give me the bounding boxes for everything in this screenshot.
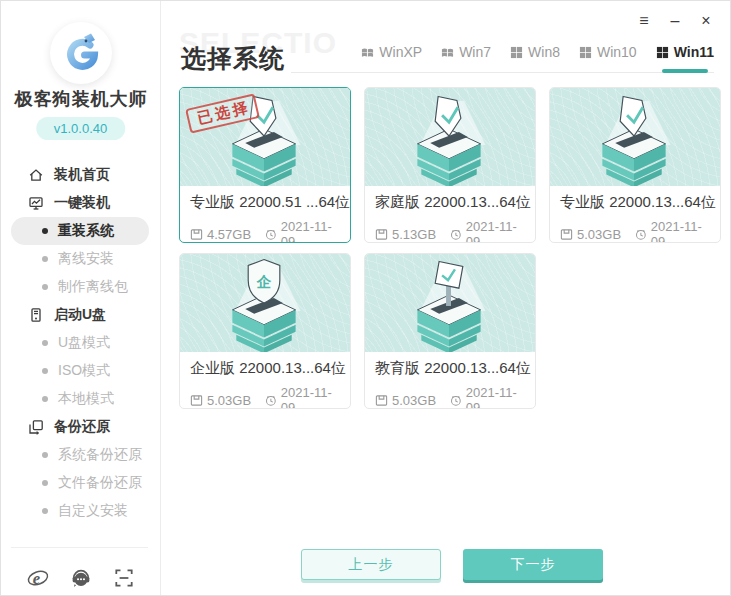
clock-icon	[265, 228, 277, 241]
prev-step-button[interactable]: 上一步	[301, 549, 441, 580]
clock-icon	[265, 394, 277, 407]
sidebar-item-自定义安装[interactable]: 自定义安装	[1, 497, 161, 525]
system-size: 5.13GB	[392, 227, 436, 242]
system-name: 企业版 22000.13...	[190, 359, 314, 378]
ie-browser-icon[interactable]: e	[27, 567, 49, 589]
ballot-box-illustration: 企	[180, 254, 350, 352]
menu-item-label: 启动U盘	[54, 306, 106, 324]
sidebar-item-ISO模式[interactable]: ISO模式	[1, 357, 161, 385]
svg-text:企: 企	[256, 274, 272, 290]
sidebar-item-一键装机[interactable]: 一键装机	[1, 189, 161, 217]
system-name: 教育版 22000.13...	[375, 359, 499, 378]
sidebar-item-备份还原[interactable]: 备份还原	[1, 413, 161, 441]
winxp-flag-icon	[361, 46, 374, 59]
bullet-icon	[42, 368, 48, 374]
app-logo	[50, 22, 112, 84]
system-illustration: 已选择	[180, 88, 350, 186]
system-date: 2021-11-09	[281, 385, 340, 409]
sidebar-item-制作离线包[interactable]: 制作离线包	[1, 273, 161, 301]
system-date: 2021-11-09	[466, 385, 525, 409]
sidebar-item-重装系统[interactable]: 重装系统	[11, 217, 149, 245]
sidebar-item-U盘模式[interactable]: U盘模式	[1, 329, 161, 357]
monitor-chart-icon	[28, 195, 44, 211]
bullet-icon	[42, 228, 48, 234]
system-arch: 64位	[499, 359, 531, 378]
menu-item-label: 自定义安装	[58, 502, 128, 520]
bullet-icon	[42, 480, 48, 486]
page-title: 选择系统	[181, 42, 285, 75]
menu-item-label: 离线安装	[58, 250, 114, 268]
tab-label: Win11	[674, 44, 714, 60]
home-icon	[28, 167, 44, 183]
dog-g-logo-icon	[59, 31, 103, 75]
minimize-button[interactable]: –	[666, 12, 684, 30]
tab-label: WinXP	[379, 44, 422, 60]
app-name: 极客狗装机大师	[1, 87, 161, 111]
system-illustration	[365, 254, 535, 352]
system-name: 专业版 22000.51 ...	[190, 193, 318, 212]
tab-label: Win8	[528, 44, 560, 60]
system-illustration	[365, 88, 535, 186]
system-card-grid: 已选择 专业版 22000.51 ... 64位 4.57GB	[179, 87, 724, 411]
sidebar-item-系统备份还原[interactable]: 系统备份还原	[1, 441, 161, 469]
system-illustration: 企	[180, 254, 350, 352]
tab-win8[interactable]: Win8	[510, 44, 560, 66]
menu-item-label: 系统备份还原	[58, 446, 142, 464]
tab-winxp[interactable]: WinXP	[361, 44, 422, 66]
tab-win11[interactable]: Win11	[656, 44, 714, 66]
sidebar-footer: e	[1, 561, 161, 595]
close-button[interactable]: ×	[697, 12, 715, 30]
disk-size-icon	[190, 228, 203, 241]
system-card[interactable]: 家庭版 22000.13... 64位 5.13GB	[364, 87, 536, 243]
svg-text:e: e	[33, 569, 40, 588]
system-name: 家庭版 22000.13...	[375, 193, 499, 212]
tab-win7[interactable]: Win7	[441, 44, 491, 66]
os-tab-bar: WinXP Win7 Win8 Win10 Win11	[361, 44, 714, 66]
tab-win10[interactable]: Win10	[579, 44, 637, 66]
menu-item-label: 制作离线包	[58, 278, 128, 296]
ballot-box-illustration	[365, 254, 535, 352]
disk-size-icon	[375, 228, 388, 241]
system-date: 2021-11-09	[651, 219, 710, 243]
clock-icon	[450, 228, 462, 241]
system-card[interactable]: 教育版 22000.13... 64位 5.03GB	[364, 253, 536, 409]
system-card[interactable]: 专业版 22000.13... 64位 5.03GB	[549, 87, 721, 243]
system-name: 专业版 22000.13...	[560, 193, 684, 212]
system-arch: 64位	[318, 193, 350, 212]
win7-flag-icon	[441, 46, 454, 59]
bullet-icon	[42, 452, 48, 458]
sidebar-menu: 装机首页 一键装机 重装系统 离线安装 制作离线包 启动U盘 U盘模式 ISO模…	[1, 161, 161, 525]
menu-item-label: 文件备份还原	[58, 474, 142, 492]
menu-button[interactable]: ≡	[635, 12, 653, 30]
system-size: 5.03GB	[577, 227, 621, 242]
system-card[interactable]: 企 企业版 22000.13... 64位 5.03GB	[179, 253, 351, 409]
system-illustration	[550, 88, 720, 186]
system-arch: 64位	[684, 193, 716, 212]
ballot-box-illustration	[365, 88, 535, 186]
usb-drive-icon	[28, 307, 44, 323]
system-date: 2021-11-09	[281, 219, 340, 243]
next-step-button[interactable]: 下一步	[463, 549, 603, 580]
sidebar-item-离线安装[interactable]: 离线安装	[1, 245, 161, 273]
bullet-icon	[42, 508, 48, 514]
system-size: 5.03GB	[392, 393, 436, 408]
scan-icon[interactable]	[113, 567, 135, 589]
sidebar-item-文件备份还原[interactable]: 文件备份还原	[1, 469, 161, 497]
clock-icon	[635, 228, 647, 241]
menu-item-label: 备份还原	[54, 418, 110, 436]
bullet-icon	[42, 340, 48, 346]
disk-size-icon	[560, 228, 573, 241]
sidebar-item-本地模式[interactable]: 本地模式	[1, 385, 161, 413]
tab-label: Win10	[597, 44, 637, 60]
system-date: 2021-11-09	[466, 219, 525, 243]
menu-item-label: ISO模式	[58, 362, 110, 380]
win8-logo-icon	[510, 46, 523, 59]
menu-item-label: 装机首页	[54, 166, 110, 184]
support-headset-icon[interactable]	[70, 567, 92, 589]
menu-item-label: U盘模式	[58, 334, 110, 352]
system-card[interactable]: 已选择 专业版 22000.51 ... 64位 4.57GB	[179, 87, 351, 243]
menu-item-label: 一键装机	[54, 194, 110, 212]
sidebar-item-装机首页[interactable]: 装机首页	[1, 161, 161, 189]
sidebar-item-启动U盘[interactable]: 启动U盘	[1, 301, 161, 329]
menu-item-label: 本地模式	[58, 390, 114, 408]
